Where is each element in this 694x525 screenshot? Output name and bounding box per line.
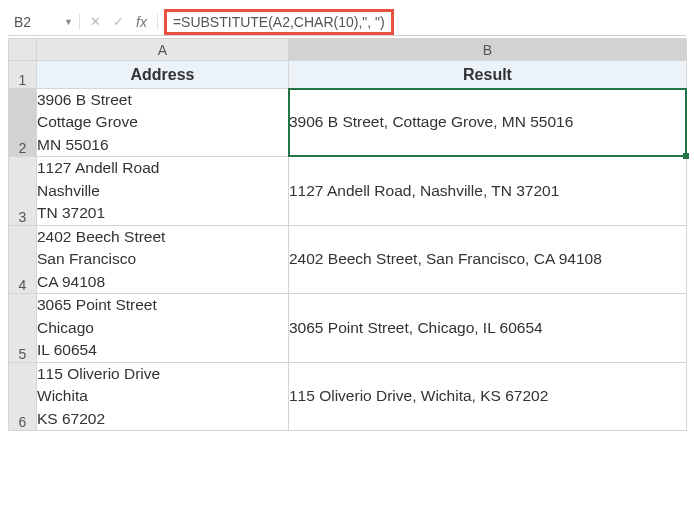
name-box[interactable]: B2 ▼ (8, 14, 80, 30)
row-header-1[interactable]: 1 (9, 61, 37, 89)
cell-A3[interactable]: 1127 Andell Road Nashville TN 37201 (37, 157, 289, 225)
row-header-4[interactable]: 4 (9, 225, 37, 293)
spreadsheet-grid[interactable]: A B 1 Address Result 2 3906 B Street Cot… (8, 38, 687, 431)
row-header-3[interactable]: 3 (9, 157, 37, 225)
cell-A2[interactable]: 3906 B Street Cottage Grove MN 55016 (37, 89, 289, 157)
accept-icon[interactable]: ✓ (113, 14, 124, 29)
column-header-A[interactable]: A (37, 39, 289, 61)
cell-B5[interactable]: 3065 Point Street, Chicago, IL 60654 (289, 294, 687, 362)
select-all-corner[interactable] (9, 39, 37, 61)
row-header-6[interactable]: 6 (9, 362, 37, 430)
cell-B3[interactable]: 1127 Andell Road, Nashville, TN 37201 (289, 157, 687, 225)
formula-input-wrap[interactable]: =SUBSTITUTE(A2,CHAR(10),", ") (158, 9, 686, 35)
cell-B4[interactable]: 2402 Beech Street, San Francisco, CA 941… (289, 225, 687, 293)
formula-bar: B2 ▼ ✕ ✓ fx =SUBSTITUTE(A2,CHAR(10),", "… (8, 8, 686, 36)
formula-input[interactable]: =SUBSTITUTE(A2,CHAR(10),", ") (164, 9, 394, 35)
chevron-down-icon[interactable]: ▼ (64, 17, 73, 27)
cell-A6[interactable]: 115 Oliverio Drive Wichita KS 67202 (37, 362, 289, 430)
column-header-B[interactable]: B (289, 39, 687, 61)
cell-B2[interactable]: 3906 B Street, Cottage Grove, MN 55016 (289, 89, 687, 157)
cell-A4[interactable]: 2402 Beech Street San Francisco CA 94108 (37, 225, 289, 293)
fx-icon[interactable]: fx (136, 14, 147, 30)
cell-A5[interactable]: 3065 Point Street Chicago IL 60654 (37, 294, 289, 362)
name-box-value: B2 (14, 14, 31, 30)
cancel-icon[interactable]: ✕ (90, 14, 101, 29)
row-header-2[interactable]: 2 (9, 89, 37, 157)
cell-B6[interactable]: 115 Oliverio Drive, Wichita, KS 67202 (289, 362, 687, 430)
cell-B1[interactable]: Result (289, 61, 687, 89)
formula-bar-buttons: ✕ ✓ fx (80, 14, 158, 30)
cell-A1[interactable]: Address (37, 61, 289, 89)
row-header-5[interactable]: 5 (9, 294, 37, 362)
